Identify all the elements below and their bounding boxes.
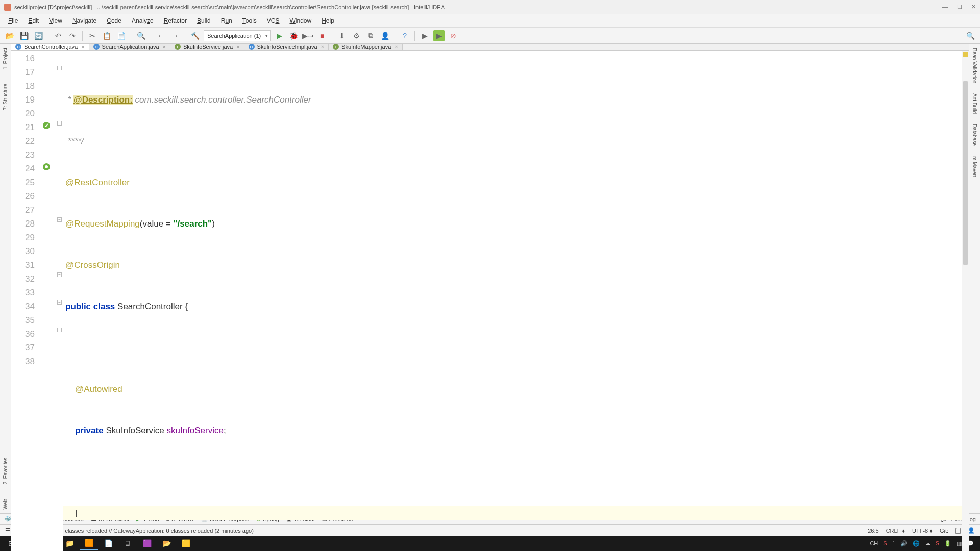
sync-icon[interactable]: 🔄: [33, 30, 44, 41]
close-icon[interactable]: ×: [81, 44, 84, 50]
spring-bean-icon[interactable]: [42, 120, 51, 130]
inspection-indicator[interactable]: [963, 52, 968, 57]
search-everywhere-icon[interactable]: 🔍: [965, 30, 976, 41]
maximize-icon[interactable]: ☐: [957, 4, 962, 10]
tab-searchapplication[interactable]: CSearchApplication.java×: [89, 44, 170, 50]
fold-toggle[interactable]: −: [57, 66, 62, 70]
hector-icon[interactable]: 👤: [968, 527, 975, 534]
back-icon[interactable]: ←: [155, 30, 166, 41]
svg-point-2: [45, 165, 48, 168]
fold-toggle[interactable]: −: [57, 121, 62, 126]
right-tool-gutter: Bean Validation Ant Build Database m Mav…: [969, 44, 980, 513]
menu-tools[interactable]: Tools: [238, 16, 261, 26]
stop-2-icon[interactable]: ⊘: [448, 30, 459, 41]
tool-web[interactable]: Web: [2, 497, 9, 511]
sdk-icon[interactable]: ⧉: [365, 30, 376, 41]
tab-skuinfoserviceimpl[interactable]: CSkuInfoServiceImpl.java×: [244, 44, 329, 50]
tool-project[interactable]: 1: Project: [2, 46, 9, 71]
current-line: |: [63, 506, 962, 520]
menu-help[interactable]: Help: [317, 16, 338, 26]
menu-file[interactable]: File: [4, 16, 22, 26]
quick-list-icon[interactable]: ☰: [5, 527, 10, 534]
help-icon[interactable]: ?: [399, 30, 410, 41]
editor-tabs: CSearchController.java× CSearchApplicati…: [11, 44, 969, 51]
toolbar: 📂 💾 🔄 ↶ ↷ ✂ 📋 📄 🔍 ← → 🔨 SearchApplicatio…: [0, 28, 980, 44]
code-area[interactable]: * @Description: com.seckill.search.contr…: [63, 51, 962, 551]
scrollbar-thumb[interactable]: [963, 81, 968, 265]
tool-bean-validation[interactable]: Bean Validation: [971, 46, 978, 85]
tab-skuinfoservice[interactable]: ISkuInfoService.java×: [170, 44, 244, 50]
tool-favorites[interactable]: 2: Favorites: [2, 456, 9, 486]
save-all-icon[interactable]: 💾: [18, 30, 30, 41]
close-icon[interactable]: ×: [321, 44, 324, 50]
menu-navigate[interactable]: Navigate: [68, 16, 101, 26]
menu-analyze[interactable]: Analyze: [128, 16, 158, 26]
menu-view[interactable]: View: [45, 16, 66, 26]
close-icon[interactable]: ×: [395, 44, 398, 50]
line-numbers: 1617181920212223242526272829303132333435…: [11, 51, 39, 551]
icon-gutter: [39, 51, 56, 551]
find-icon[interactable]: 🔍: [135, 30, 146, 41]
tool-database[interactable]: Database: [971, 122, 978, 148]
paste-icon[interactable]: 📄: [115, 30, 127, 41]
menu-bar[interactable]: File Edit View Navigate Code Analyze Ref…: [0, 14, 980, 28]
run-config-combo[interactable]: SearchApplication (1): [204, 30, 271, 41]
menu-run[interactable]: Run: [217, 16, 236, 26]
undo-icon[interactable]: ↶: [53, 30, 64, 41]
code-editor[interactable]: 1617181920212223242526272829303132333435…: [11, 51, 969, 551]
menu-edit[interactable]: Edit: [24, 16, 43, 26]
tab-searchcontroller[interactable]: CSearchController.java×: [11, 44, 89, 50]
menu-window[interactable]: Window: [285, 16, 315, 26]
copy-icon[interactable]: 📋: [101, 30, 112, 41]
debug-icon[interactable]: 🐞: [288, 30, 299, 41]
open-icon[interactable]: 📂: [4, 30, 15, 41]
build-icon[interactable]: 🔨: [189, 30, 201, 41]
jrebel-debug-icon[interactable]: ▶: [433, 30, 445, 41]
autowired-bean-icon[interactable]: [42, 162, 51, 171]
editor-scrollbar[interactable]: [962, 51, 969, 551]
tool-structure[interactable]: 7: Structure: [2, 82, 9, 112]
lock-icon[interactable]: [955, 528, 961, 534]
menu-build[interactable]: Build: [193, 16, 215, 26]
window-title: seckillproject [D:\project\seckill] - ..…: [14, 4, 445, 10]
redo-icon[interactable]: ↷: [67, 30, 78, 41]
fold-toggle[interactable]: −: [57, 272, 62, 277]
minimize-icon[interactable]: —: [942, 4, 948, 10]
close-icon[interactable]: ✕: [971, 4, 976, 10]
tool-maven[interactable]: m Maven: [971, 154, 978, 179]
menu-code[interactable]: Code: [103, 16, 126, 26]
cut-icon[interactable]: ✂: [87, 30, 98, 41]
profiler-icon[interactable]: 👤: [379, 30, 390, 41]
fold-toggle[interactable]: −: [57, 217, 62, 222]
coverage-icon[interactable]: ▶⇢: [302, 30, 313, 41]
settings-icon[interactable]: ⚙: [351, 30, 362, 41]
menu-refactor[interactable]: Refactor: [160, 16, 191, 26]
vcs-update-icon[interactable]: ⬇: [336, 30, 348, 41]
jrebel-icon[interactable]: ▶: [419, 30, 430, 41]
app-logo: [4, 4, 11, 11]
docker-icon: 🐳: [4, 516, 11, 522]
run-icon[interactable]: ▶: [274, 30, 285, 41]
title-bar: seckillproject [D:\project\seckill] - ..…: [0, 0, 980, 14]
fold-toggle[interactable]: −: [57, 328, 62, 332]
tool-ant[interactable]: Ant Build: [971, 91, 978, 116]
fold-gutter: − − − − − −: [56, 51, 63, 551]
close-icon[interactable]: ×: [163, 44, 166, 50]
left-tool-gutter: 1: Project 7: Structure 2: Favorites Web: [0, 44, 11, 513]
close-icon[interactable]: ×: [236, 44, 239, 50]
forward-icon[interactable]: →: [169, 30, 181, 41]
menu-vcs[interactable]: VCS: [263, 16, 284, 26]
tab-skuinfomapper[interactable]: ISkuInfoMapper.java×: [329, 44, 403, 50]
right-margin-line: [671, 51, 671, 551]
fold-toggle[interactable]: −: [57, 300, 62, 305]
stop-icon[interactable]: ■: [316, 30, 328, 41]
